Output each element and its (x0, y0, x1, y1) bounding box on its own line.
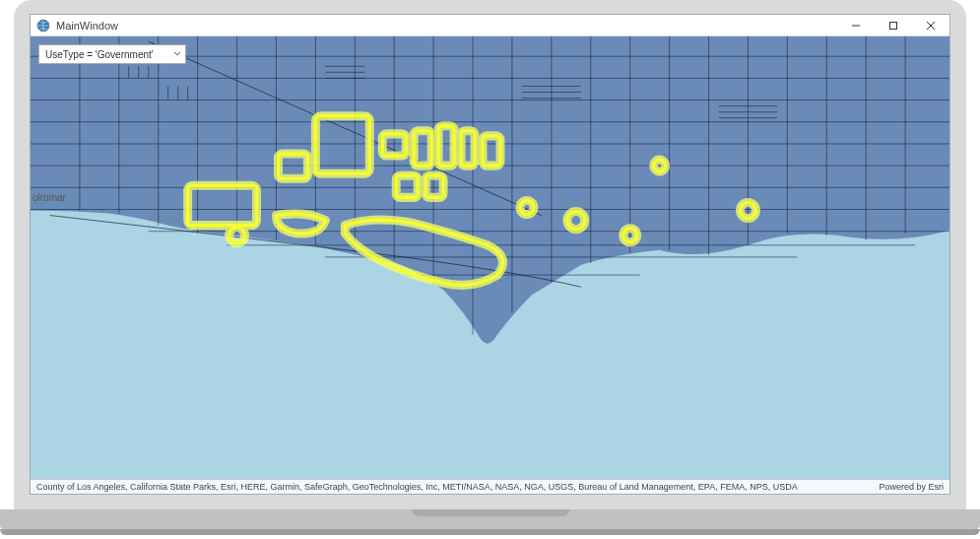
filter-expression-dropdown[interactable]: UseType = 'Government' (38, 44, 186, 64)
laptop-base (0, 509, 980, 529)
app-icon (36, 19, 50, 33)
chevron-down-icon (173, 49, 181, 60)
close-button[interactable] (912, 15, 949, 35)
close-icon (926, 21, 936, 31)
place-label: olromar (33, 192, 66, 203)
map-view[interactable]: olromar County of Los Angeles, Californi… (31, 36, 949, 494)
attribution-bar: County of Los Angeles, California State … (31, 479, 949, 494)
window-controls (837, 15, 949, 35)
filter-expression-text: UseType = 'Government' (45, 49, 154, 60)
titlebar: MainWindow (31, 15, 949, 36)
app-window: MainWindow UseType = 'Government' (30, 14, 950, 495)
minimize-icon (851, 21, 861, 31)
maximize-button[interactable] (875, 15, 912, 35)
attribution-credits: County of Los Angeles, California State … (36, 482, 798, 492)
svg-rect-2 (890, 22, 897, 29)
maximize-icon (888, 21, 898, 31)
parcel-fill-layer (31, 36, 949, 344)
minimize-button[interactable] (837, 15, 875, 35)
window-title: MainWindow (56, 20, 118, 32)
powered-by-esri[interactable]: Powered by Esri (879, 482, 944, 492)
screen-bezel: MainWindow UseType = 'Government' (14, 0, 966, 510)
laptop-mockup: MainWindow UseType = 'Government' (0, 0, 980, 539)
map-layers (31, 36, 949, 494)
